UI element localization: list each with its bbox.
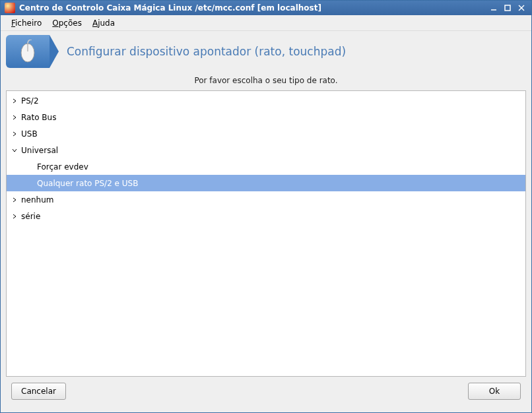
tree-label: USB xyxy=(21,129,38,139)
tree-item-serie[interactable]: série xyxy=(7,208,525,224)
titlebar[interactable]: Centro de Controlo Caixa Mágica Linux /e… xyxy=(1,1,531,15)
tree-label: Qualquer rato PS/2 e USB xyxy=(37,179,138,188)
chevron-down-icon xyxy=(11,146,18,154)
tree-label: PS/2 xyxy=(21,96,39,106)
window: Centro de Controlo Caixa Mágica Linux /e… xyxy=(0,0,532,413)
svg-rect-1 xyxy=(505,5,510,11)
minimize-button[interactable] xyxy=(488,3,500,13)
instruction-text: Por favor escolha o seu tipo de rato. xyxy=(6,69,526,90)
tree-label: nenhum xyxy=(21,195,54,205)
content: Configurar dispositivo apontador (rato, … xyxy=(1,31,531,412)
chevron-right-icon xyxy=(11,113,18,121)
banner: Configurar dispositivo apontador (rato, … xyxy=(6,35,526,68)
app-icon xyxy=(5,3,15,13)
tree-label: Rato Bus xyxy=(21,113,56,122)
page-title: Configurar dispositivo apontador (rato, … xyxy=(67,45,346,58)
window-title: Centro de Controlo Caixa Mágica Linux /e… xyxy=(19,3,486,13)
mouse-icon xyxy=(6,35,50,68)
tree-label: Forçar evdev xyxy=(37,162,88,172)
tree-item-qualquer-rato[interactable]: Qualquer rato PS/2 e USB xyxy=(7,175,525,191)
tree-label: série xyxy=(21,212,40,221)
chevron-right-icon xyxy=(11,130,18,138)
chevron-right-icon xyxy=(11,212,18,220)
mouse-type-tree[interactable]: PS/2 Rato Bus USB Universal Forçar evdev… xyxy=(6,90,526,377)
maximize-button[interactable] xyxy=(502,3,514,13)
menubar: Ficheiro Opções Ajuda xyxy=(1,15,531,31)
chevron-right-icon xyxy=(11,196,18,204)
cancel-button[interactable]: Cancelar xyxy=(11,383,66,400)
tree-item-usb[interactable]: USB xyxy=(7,125,525,142)
chevron-right-icon xyxy=(11,97,18,105)
tree-item-ps2[interactable]: PS/2 xyxy=(7,92,525,109)
menu-file[interactable]: Ficheiro xyxy=(6,17,47,29)
footer: Cancelar Ok xyxy=(6,377,526,406)
tree-item-nenhum[interactable]: nenhum xyxy=(7,191,525,208)
menu-options[interactable]: Opções xyxy=(47,17,87,29)
close-button[interactable] xyxy=(515,3,527,13)
tree-item-forcar-evdev[interactable]: Forçar evdev xyxy=(7,158,525,175)
tree-label: Universal xyxy=(21,146,58,155)
tree-item-rato-bus[interactable]: Rato Bus xyxy=(7,109,525,125)
tree-item-universal[interactable]: Universal xyxy=(7,142,525,158)
menu-help[interactable]: Ajuda xyxy=(87,17,120,29)
ok-button[interactable]: Ok xyxy=(468,383,521,400)
